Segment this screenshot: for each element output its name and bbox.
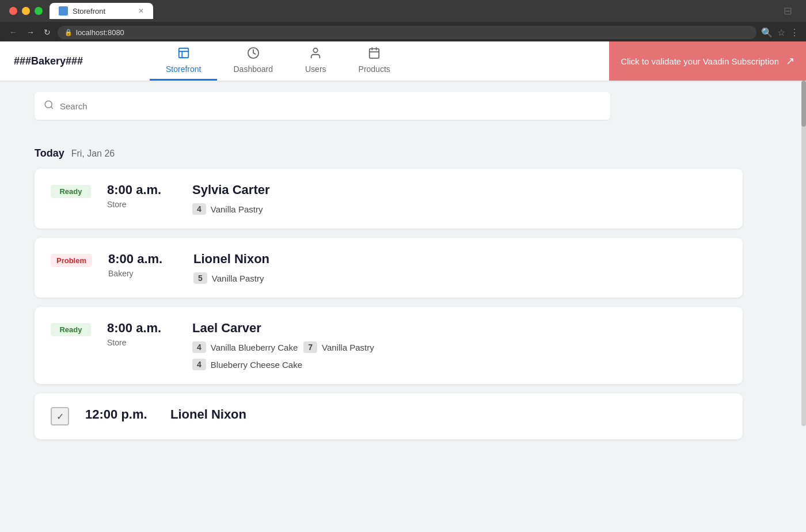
order-checkbox[interactable]: ✓ [51, 407, 69, 425]
back-button[interactable]: ← [7, 25, 20, 39]
order-card[interactable]: Ready 8:00 a.m. Store Sylvia Carter 4 Va… [35, 169, 743, 229]
traffic-lights [9, 7, 43, 15]
tab-favicon [59, 6, 68, 16]
app-container: ###Bakery### Storefront Dashboard Users [0, 41, 806, 532]
order-location: Store [107, 338, 176, 347]
order-details: Lael Carver 4 Vanilla Blueberry Cake 7 V… [192, 321, 727, 370]
item-name: Vanilla Pastry [322, 343, 374, 352]
menu-icon[interactable]: ⋮ [790, 27, 799, 38]
order-card[interactable]: Ready 8:00 a.m. Store Lael Carver 4 Vani… [35, 307, 743, 384]
browser-chrome: Storefront ✕ ⊟ ← → ↻ 🔒 localhost:8080 🔍 … [0, 0, 806, 41]
item-name: Vanilla Pastry [212, 273, 264, 283]
browser-toolbar: ← → ↻ 🔒 localhost:8080 🔍 ☆ ⋮ [0, 22, 806, 43]
order-time: 8:00 a.m. [107, 321, 176, 336]
subscription-banner[interactable]: Click to validate your Vaadin Subscripti… [609, 41, 806, 81]
external-link-icon: ↗ [786, 55, 794, 67]
search-input[interactable] [60, 101, 601, 111]
scrollbar-thumb[interactable] [801, 81, 806, 127]
dashboard-tab-label: Dashboard [233, 64, 273, 74]
order-location: Store [107, 200, 176, 209]
order-customer: Lionel Nixon [193, 252, 727, 267]
order-time-block: 12:00 p.m. [85, 407, 154, 422]
tab-dashboard[interactable]: Dashboard [217, 41, 289, 81]
close-button[interactable] [9, 7, 17, 15]
order-customer: Sylvia Carter [192, 183, 727, 197]
browser-titlebar: Storefront ✕ ⊟ [0, 0, 806, 22]
products-tab-label: Products [359, 64, 390, 74]
app-header: ###Bakery### Storefront Dashboard Users [0, 41, 806, 81]
order-time: 8:00 a.m. [107, 183, 176, 197]
svg-point-2 [314, 48, 318, 52]
maximize-button[interactable] [35, 7, 43, 15]
tab-products[interactable]: Products [343, 41, 406, 81]
users-icon [309, 47, 322, 62]
order-items: 4 Vanilla Blueberry Cake 7 Vanilla Pastr… [192, 341, 727, 370]
status-badge: Ready [51, 323, 91, 336]
order-time: 8:00 a.m. [108, 252, 177, 267]
users-tab-label: Users [305, 64, 326, 74]
tab-storefront[interactable]: Storefront [150, 41, 217, 81]
order-customer: Lionel Nixon [170, 407, 727, 422]
status-badge: Problem [51, 254, 92, 267]
order-customer: Lael Carver [192, 321, 727, 336]
main-content: + New order Today Fri, Jan 26 Ready 8:00… [0, 81, 777, 460]
item-quantity: 5 [193, 272, 207, 284]
order-items: 5 Vanilla Pastry [193, 272, 727, 284]
order-time-block: 8:00 a.m. Bakery [108, 252, 177, 278]
address-text: localhost:8080 [76, 28, 124, 37]
item-quantity: 4 [192, 359, 206, 370]
subscription-banner-text: Click to validate your Vaadin Subscripti… [621, 56, 779, 66]
minimize-button[interactable] [22, 7, 30, 15]
search-browser-icon[interactable]: 🔍 [761, 27, 773, 38]
list-item: 4 Blueberry Cheese Cake [192, 359, 727, 370]
order-card[interactable]: Problem 8:00 a.m. Bakery Lionel Nixon 5 … [35, 238, 743, 298]
order-details: Lionel Nixon [170, 407, 727, 428]
list-item: 4 Vanilla Blueberry Cake [192, 341, 298, 353]
item-name: Blueberry Cheese Cake [211, 360, 302, 370]
products-icon [368, 47, 381, 62]
search-icon [44, 100, 54, 112]
tab-close-button[interactable]: ✕ [138, 7, 144, 15]
today-label: Today [35, 147, 64, 159]
reload-button[interactable]: ↻ [41, 25, 53, 39]
nav-tabs: Storefront Dashboard Users Products [150, 41, 406, 81]
order-items: 4 Vanilla Pastry [192, 203, 727, 215]
item-quantity: 4 [192, 341, 206, 353]
svg-rect-3 [370, 49, 379, 59]
browser-tab[interactable]: Storefront ✕ [50, 3, 153, 19]
status-badge: Ready [51, 185, 91, 198]
order-time-block: 8:00 a.m. Store [107, 321, 176, 347]
svg-point-7 [45, 101, 52, 108]
window-controls: ⊟ [784, 5, 797, 17]
order-card[interactable]: ✓ 12:00 p.m. Lionel Nixon [35, 393, 743, 439]
list-item: 4 Vanilla Pastry [192, 203, 263, 215]
order-details: Sylvia Carter 4 Vanilla Pastry [192, 183, 727, 215]
security-icon: 🔒 [64, 29, 73, 36]
item-quantity: 4 [192, 203, 206, 215]
tab-users[interactable]: Users [289, 41, 343, 81]
item-name: Vanilla Blueberry Cake [211, 343, 298, 352]
date-header: Today Fri, Jan 26 [35, 147, 743, 159]
storefront-icon [177, 47, 190, 62]
forward-button[interactable]: → [24, 25, 37, 39]
dashboard-icon [247, 47, 260, 62]
tab-title: Storefront [73, 7, 105, 16]
item-name: Vanilla Pastry [211, 204, 263, 214]
order-time-block: 8:00 a.m. Store [107, 183, 176, 209]
order-details: Lionel Nixon 5 Vanilla Pastry [193, 252, 727, 284]
item-quantity: 7 [303, 341, 317, 353]
storefront-tab-label: Storefront [166, 64, 201, 74]
svg-rect-0 [178, 48, 188, 58]
order-time: 12:00 p.m. [85, 407, 154, 422]
order-location: Bakery [108, 269, 177, 278]
scrollbar[interactable] [801, 81, 806, 426]
browser-actions: 🔍 ☆ ⋮ [761, 27, 799, 38]
action-row: + New order [35, 92, 743, 134]
bookmark-icon[interactable]: ☆ [777, 27, 785, 38]
search-container [35, 92, 610, 120]
address-bar[interactable]: 🔒 localhost:8080 [58, 26, 756, 39]
list-item: 7 Vanilla Pastry [303, 341, 374, 353]
app-brand: ###Bakery### [0, 41, 150, 81]
list-item: 5 Vanilla Pastry [193, 272, 264, 284]
today-date: Fri, Jan 26 [71, 149, 115, 159]
